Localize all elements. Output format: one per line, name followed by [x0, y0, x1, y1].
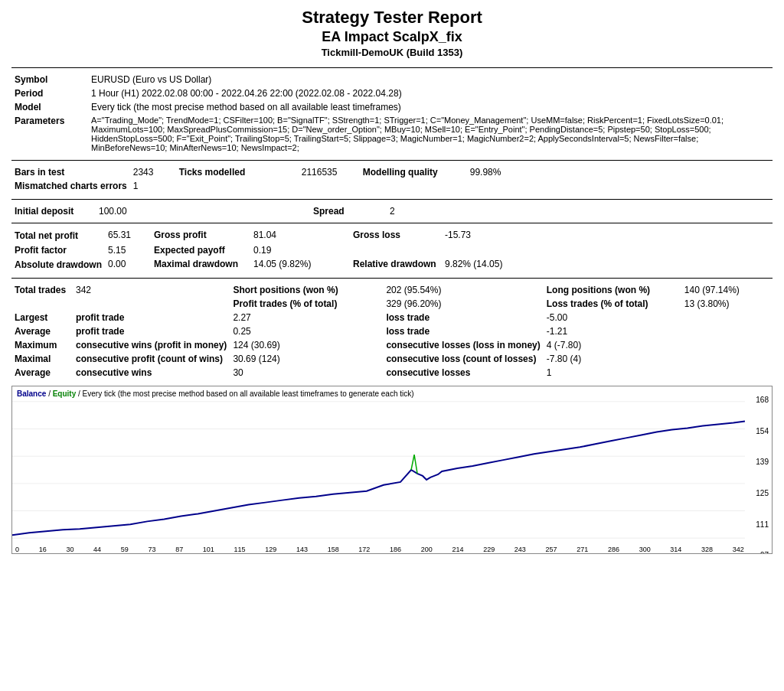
consec-loss-value: 4 (-7.80): [544, 338, 681, 352]
gross-profit-value: 81.04: [250, 228, 350, 244]
chart-svg: [12, 386, 772, 553]
total-trades-label: Total trades: [11, 283, 73, 297]
x-label-59: 59: [121, 546, 129, 553]
x-label-342: 342: [733, 546, 744, 553]
x-label-158: 158: [328, 546, 339, 553]
profit-trades-row: Profit trades (% of total) 329 (96.20%) …: [11, 297, 773, 311]
max-drawdown-label: Maximal drawdown: [151, 257, 250, 273]
spread-value: 2: [387, 204, 773, 218]
maximal-label: Maximal: [11, 352, 73, 366]
y-axis: 168 154 139 125 111 97: [745, 394, 770, 554]
net-profit-value: 65.31: [105, 228, 151, 244]
legend-balance: Balance: [17, 390, 46, 398]
largest-loss-label: loss trade: [383, 311, 543, 324]
short-positions-label: Short positions (won %): [230, 283, 383, 297]
mismatched-label: Mismatched charts errors: [11, 179, 130, 194]
short-positions-value: 202 (95.54%): [383, 283, 543, 297]
x-label-328: 328: [701, 546, 713, 553]
largest-profit-label: profit trade: [73, 311, 230, 324]
x-label-73: 73: [148, 546, 155, 553]
x-axis: 0 16 30 44 59 73 87 101 115 129 143 158 …: [15, 546, 744, 553]
x-label-286: 286: [608, 546, 619, 553]
profit-factor-row: Profit factor 5.15 Expected payoff 0.19: [11, 243, 773, 257]
legend-method: Every tick (the most precise method base…: [83, 390, 414, 398]
x-label-30: 30: [66, 546, 74, 553]
x-label-16: 16: [39, 546, 47, 553]
ticks-label: Ticks modelled: [176, 165, 299, 179]
deposit-value: 100.00: [96, 204, 157, 218]
maximal-profit-value: 30.69 (124): [230, 352, 383, 366]
profit-factor-value: 5.15: [105, 243, 151, 257]
model-label: Model: [11, 100, 88, 114]
maximal-row: Maximal consecutive profit (count of win…: [11, 352, 773, 366]
x-label-87: 87: [175, 546, 183, 553]
largest-row: Largest profit trade 2.27 loss trade -5.…: [11, 311, 773, 324]
report-container: Strategy Tester Report EA Impact ScalpX_…: [0, 0, 784, 562]
maximum-label: Maximum: [11, 338, 73, 352]
mismatched-row: Mismatched charts errors 1: [11, 179, 773, 194]
average-row: Average profit trade 0.25 loss trade -1.…: [11, 324, 773, 338]
profit-trades-label: Profit trades (% of total): [230, 297, 383, 311]
divider-1: [11, 160, 773, 161]
divider-top: [11, 67, 773, 68]
model-value: Every tick (the most precise method base…: [88, 100, 773, 114]
x-label-271: 271: [577, 546, 588, 553]
divider-4: [11, 278, 773, 279]
deposit-label: Initial deposit: [11, 204, 96, 218]
consec-wins-value: 124 (30.69): [230, 338, 383, 352]
report-title: Strategy Tester Report: [11, 8, 773, 28]
profit-table: Total net profit 65.31 Gross profit 81.0…: [11, 228, 773, 274]
largest-loss-value: -5.00: [544, 311, 681, 324]
loss-trades-label: Loss trades (% of total): [544, 297, 681, 311]
average-profit-label: profit trade: [73, 324, 230, 338]
average-profit-value: 0.25: [230, 324, 383, 338]
x-label-186: 186: [390, 546, 401, 553]
x-label-0: 0: [15, 546, 19, 553]
abs-drawdown-label: Absolute drawdown: [11, 257, 105, 273]
y-label-139: 139: [746, 458, 769, 466]
rel-drawdown-value: 9.82% (14.05): [442, 257, 773, 273]
maximal-loss-text: consecutive loss (count of losses): [383, 352, 543, 366]
report-subtitle: EA Impact ScalpX_fix: [11, 29, 773, 45]
expected-payoff-value: 0.19: [250, 243, 350, 257]
x-label-257: 257: [546, 546, 557, 553]
gross-profit-label: Gross profit: [151, 228, 250, 244]
spread-label: Spread: [310, 204, 387, 218]
y-label-154: 154: [746, 427, 769, 435]
x-label-200: 200: [421, 546, 433, 553]
mismatched-value: 1: [130, 179, 176, 194]
deposit-row: Initial deposit 100.00 Spread 2: [11, 204, 773, 218]
ticks-value: 2116535: [299, 165, 360, 179]
maximal-loss-value: -7.80 (4): [544, 352, 681, 366]
net-profit-row: Total net profit 65.31 Gross profit 81.0…: [11, 228, 773, 244]
quality-value: 99.98%: [467, 165, 773, 179]
y-label-97: 97: [746, 551, 769, 554]
bars-label: Bars in test: [11, 165, 130, 179]
rel-drawdown-label: Relative drawdown: [350, 257, 442, 273]
x-label-143: 143: [296, 546, 308, 553]
loss-trades-value: 13 (3.80%): [681, 297, 773, 311]
total-trades-value: 342: [73, 283, 230, 297]
period-label: Period: [11, 86, 88, 100]
y-label-125: 125: [746, 489, 769, 497]
parameters-label: Parameters: [11, 114, 88, 154]
quality-label: Modelling quality: [360, 165, 467, 179]
consec-wins-text: consecutive wins (profit in money): [73, 338, 230, 352]
avg-consec-wins-text: consecutive wins: [73, 366, 230, 380]
gross-loss-value: -15.73: [442, 228, 773, 244]
x-label-172: 172: [358, 546, 370, 553]
period-value: 1 Hour (H1) 2022.02.08 00:00 - 2022.04.2…: [88, 86, 773, 100]
consec-loss-text: consecutive losses (loss in money): [383, 338, 543, 352]
profit-factor-label: Profit factor: [11, 243, 105, 257]
total-trades-row: Total trades 342 Short positions (won %)…: [11, 283, 773, 297]
legend-sep1: /: [46, 390, 52, 398]
abs-drawdown-row: Absolute drawdown 0.00 Maximal drawdown …: [11, 257, 773, 273]
deposit-table: Initial deposit 100.00 Spread 2: [11, 204, 773, 218]
parameters-row: Parameters A="Trading_Mode"; TrendMode=1…: [11, 114, 773, 154]
avg-consec-label: Average: [11, 366, 73, 380]
max-drawdown-value: 14.05 (9.82%): [250, 257, 350, 273]
balance-chart: Balance / Equity / Every tick (the most …: [11, 386, 773, 554]
symbol-row: Symbol EURUSD (Euro vs US Dollar): [11, 73, 773, 86]
average-label: Average: [11, 324, 73, 338]
x-label-101: 101: [203, 546, 214, 553]
